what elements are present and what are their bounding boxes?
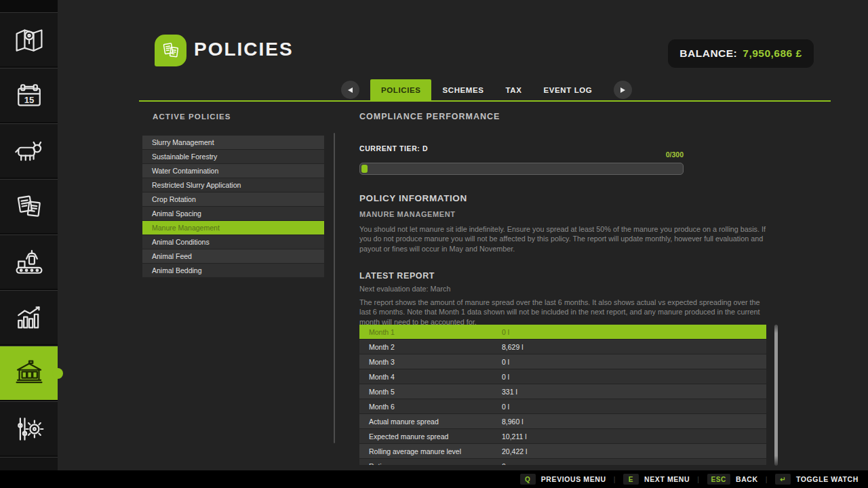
keyboard-hint-label: BACK: [736, 475, 758, 483]
key-badge[interactable]: ESC: [707, 474, 730, 485]
report-row-value: 0 l: [502, 358, 509, 366]
active-policies-list: Slurry Management Sustainable Forestry W…: [142, 136, 324, 278]
finances-icon: [13, 359, 45, 388]
balance-badge: BALANCE: 7,950,686 £: [668, 39, 814, 68]
compliance-heading: COMPLIANCE PERFORMANCE: [359, 112, 500, 121]
report-row-label: Actual manure spread: [359, 418, 502, 426]
sidebar-item-contracts[interactable]: [0, 179, 58, 233]
report-row-value: 20,422 l: [502, 447, 527, 455]
arrow-right-icon: [620, 87, 625, 93]
tabs-next-button[interactable]: [614, 81, 632, 99]
settings-icon: [13, 415, 45, 443]
report-row-label: Expected manure spread: [359, 432, 502, 441]
policy-list-item-label: Animal Conditions: [152, 238, 210, 246]
balance-label: BALANCE:: [679, 47, 737, 60]
report-row-label: Rolling average manure level: [359, 447, 502, 455]
policy-list-item[interactable]: Water Contamination: [142, 164, 324, 178]
tab-label: POLICIES: [381, 86, 420, 94]
policy-list-scrollbar[interactable]: [334, 133, 335, 443]
tab[interactable]: EVENT LOG: [533, 79, 604, 100]
policy-list-item[interactable]: Animal Feed: [142, 249, 324, 263]
sidebar-item-production[interactable]: [0, 235, 58, 289]
report-row-value: 331 l: [502, 388, 517, 396]
policy-list-item-label: Sustainable Forestry: [152, 152, 217, 161]
policy-list-item[interactable]: Restricted Slurry Application: [142, 178, 324, 192]
key-badge[interactable]: Q: [520, 474, 536, 485]
sidebar-item-partial: [0, 457, 58, 470]
compliance-progress-bar: [359, 163, 684, 175]
report-table-row[interactable]: Month 6 0 l: [359, 399, 766, 413]
keyboard-hint-label: TOGGLE WATCH: [796, 475, 859, 483]
compliance-progress-text: 0/300: [359, 150, 684, 159]
compliance-progress-fill: [361, 165, 368, 173]
report-table-row[interactable]: Rolling average manure level 20,422 l: [359, 444, 766, 458]
tab-label: TAX: [506, 86, 522, 94]
report-description: The report shows the amount of manure sp…: [359, 298, 770, 327]
keyboard-hint-label: PREVIOUS MENU: [541, 475, 606, 483]
calendar-icon: 15: [13, 81, 45, 110]
tab[interactable]: TAX: [495, 79, 533, 100]
report-table-scrollbar[interactable]: [774, 325, 778, 466]
tabs-prev-button[interactable]: [341, 81, 359, 99]
report-table-row[interactable]: Actual manure spread 8,960 l: [359, 414, 766, 428]
sidebar-item-finances[interactable]: [0, 346, 58, 400]
report-table-row[interactable]: Expected manure spread 10,211 l: [359, 429, 766, 443]
policy-list-item-label: Manure Management: [152, 224, 220, 232]
report-row-value: 8,960 l: [502, 418, 524, 426]
report-row-label: Month 3: [359, 358, 502, 366]
policy-list-item-label: Animal Spacing: [152, 209, 201, 218]
tab-underline: [139, 100, 831, 102]
key-badge[interactable]: ↵: [775, 474, 791, 485]
policy-list-item[interactable]: Slurry Management: [142, 136, 324, 149]
tab[interactable]: POLICIES: [370, 79, 431, 100]
tabs: POLICIES SCHEMES TAX EVENT LOG: [370, 79, 603, 100]
latest-report-heading: LATEST REPORT: [359, 271, 435, 281]
policy-list-item[interactable]: Sustainable Forestry: [142, 150, 324, 163]
arrow-left-icon: [348, 87, 353, 93]
report-table-row[interactable]: Month 5 331 l: [359, 384, 766, 399]
report-table-row[interactable]: Month 4 0 l: [359, 369, 766, 384]
keyboard-hint: Q PREVIOUS MENU: [520, 474, 606, 485]
calendar-day-label: 15: [24, 94, 34, 104]
sidebar: 15: [0, 0, 58, 470]
keyboard-hint: ↵ TOGGLE WATCH: [758, 474, 859, 485]
tab-bar: POLICIES SCHEMES TAX EVENT LOG: [341, 79, 632, 100]
policy-list-item[interactable]: Manure Management: [142, 221, 324, 235]
policy-name-heading: MANURE MANAGEMENT: [359, 210, 456, 218]
sidebar-item-calendar[interactable]: 15: [0, 68, 58, 122]
keyboard-hint: E NEXT MENU: [606, 474, 690, 485]
tab-label: EVENT LOG: [544, 86, 593, 94]
report-table-row[interactable]: Month 3 0 l: [359, 354, 766, 369]
report-row-label: Rating: [359, 462, 502, 466]
next-evaluation-date: Next evaluation date: March: [359, 284, 450, 293]
report-row-label: Month 4: [359, 373, 502, 381]
animals-icon: [13, 137, 45, 165]
report-table-row[interactable]: Month 1 0 l: [359, 325, 766, 339]
report-row-value: 0 l: [502, 373, 509, 381]
report-table-row[interactable]: Rating 0: [359, 459, 766, 465]
policy-list-item-label: Water Contamination: [152, 167, 218, 175]
map-icon: [13, 26, 45, 54]
production-icon: [13, 248, 45, 277]
sidebar-item-settings[interactable]: [0, 401, 58, 455]
tab-label: SCHEMES: [442, 86, 484, 94]
key-badge[interactable]: E: [623, 474, 639, 485]
keyboard-hint: ESC BACK: [690, 474, 757, 485]
policy-list-item-label: Crop Rotation: [152, 195, 196, 203]
report-row-label: Month 5: [359, 388, 502, 396]
policy-list-item[interactable]: Animal Spacing: [142, 207, 324, 220]
sidebar-item-statistics[interactable]: [0, 290, 58, 344]
report-row-label: Month 1: [359, 328, 502, 336]
policies-screen: 15: [0, 0, 868, 488]
balance-value: 7,950,686 £: [743, 47, 802, 60]
policy-list-item[interactable]: Animal Conditions: [142, 235, 324, 249]
report-row-value: 0: [502, 462, 506, 466]
sidebar-item-animals[interactable]: [0, 123, 58, 178]
sidebar-item-map[interactable]: [0, 12, 58, 66]
tab[interactable]: SCHEMES: [431, 79, 494, 100]
policy-list-item[interactable]: Animal Bedding: [142, 264, 324, 277]
policies-icon: [155, 35, 186, 66]
report-table-row[interactable]: Month 2 8,629 l: [359, 340, 766, 354]
policy-list-item[interactable]: Crop Rotation: [142, 192, 324, 206]
policy-list-item-label: Restricted Slurry Application: [152, 181, 241, 189]
